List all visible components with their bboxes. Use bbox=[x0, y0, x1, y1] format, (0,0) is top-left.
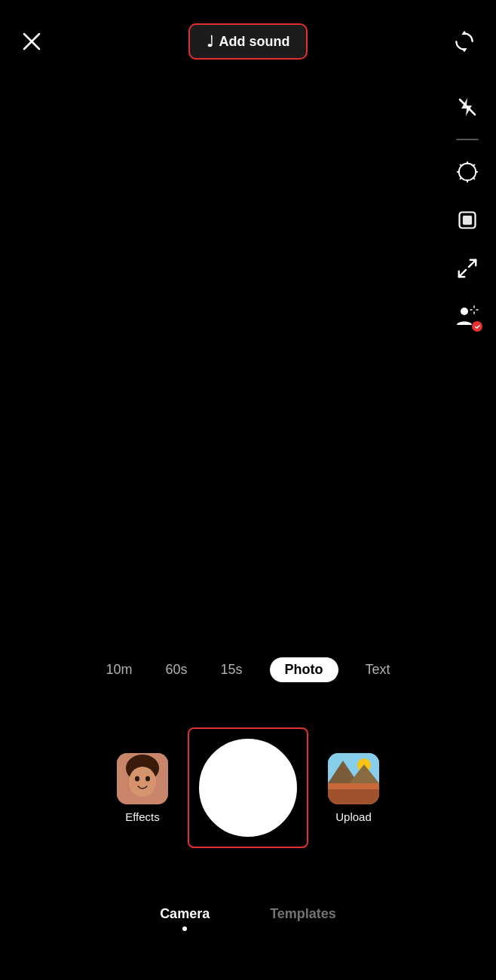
upload-label: Upload bbox=[335, 810, 372, 823]
shutter-inner bbox=[207, 747, 289, 828]
svg-line-12 bbox=[473, 178, 474, 179]
bottom-controls: Effects Upload bbox=[0, 727, 496, 848]
camera-nav-label: Camera bbox=[160, 906, 210, 922]
effects-thumbnail bbox=[117, 753, 168, 804]
svg-rect-36 bbox=[328, 789, 379, 804]
timer-text[interactable]: Text bbox=[360, 659, 396, 681]
camera-nav-dot bbox=[182, 926, 187, 931]
svg-point-27 bbox=[135, 776, 139, 781]
svg-marker-2 bbox=[461, 31, 467, 35]
svg-line-14 bbox=[461, 178, 461, 179]
right-sidebar bbox=[451, 90, 484, 333]
add-friend-button[interactable] bbox=[451, 300, 484, 333]
check-badge bbox=[472, 321, 482, 332]
templates-nav-label: Templates bbox=[270, 906, 336, 922]
sidebar-divider bbox=[456, 139, 479, 140]
svg-line-17 bbox=[469, 260, 476, 267]
flash-off-button[interactable] bbox=[451, 90, 484, 124]
svg-point-19 bbox=[461, 308, 468, 315]
svg-marker-5 bbox=[461, 98, 472, 116]
bottom-nav: Camera Templates bbox=[0, 890, 496, 980]
filter-button[interactable] bbox=[451, 204, 484, 237]
music-icon: ♩ bbox=[207, 32, 213, 51]
shutter-wrapper bbox=[188, 727, 308, 848]
nav-templates[interactable]: Templates bbox=[270, 906, 336, 922]
effects-label: Effects bbox=[125, 810, 160, 823]
effects-button[interactable]: Effects bbox=[97, 753, 188, 823]
svg-marker-3 bbox=[461, 48, 467, 52]
timer-15s[interactable]: 15s bbox=[215, 659, 249, 681]
timer-button[interactable] bbox=[451, 155, 484, 188]
add-sound-button[interactable]: ♩ Add sound bbox=[188, 23, 308, 60]
upload-icon-box bbox=[328, 753, 379, 804]
rotate-camera-button[interactable] bbox=[448, 25, 481, 58]
svg-line-13 bbox=[473, 165, 474, 166]
shutter-button[interactable] bbox=[199, 739, 297, 837]
add-sound-label: Add sound bbox=[219, 34, 290, 50]
svg-point-29 bbox=[130, 781, 136, 785]
timer-60s[interactable]: 60s bbox=[159, 659, 193, 681]
svg-point-28 bbox=[145, 776, 150, 781]
timer-10m[interactable]: 10m bbox=[100, 659, 138, 681]
svg-rect-16 bbox=[463, 216, 472, 225]
nav-camera[interactable]: Camera bbox=[160, 906, 210, 931]
svg-point-30 bbox=[148, 781, 155, 785]
svg-line-18 bbox=[459, 270, 466, 277]
timer-photo[interactable]: Photo bbox=[270, 657, 338, 682]
timer-mode-row: 10m 60s 15s Photo Text bbox=[0, 657, 496, 682]
close-button[interactable] bbox=[15, 25, 48, 58]
upload-button[interactable]: Upload bbox=[308, 753, 399, 823]
svg-line-11 bbox=[461, 165, 461, 166]
header: ♩ Add sound bbox=[0, 0, 496, 83]
compress-button[interactable] bbox=[451, 252, 484, 285]
